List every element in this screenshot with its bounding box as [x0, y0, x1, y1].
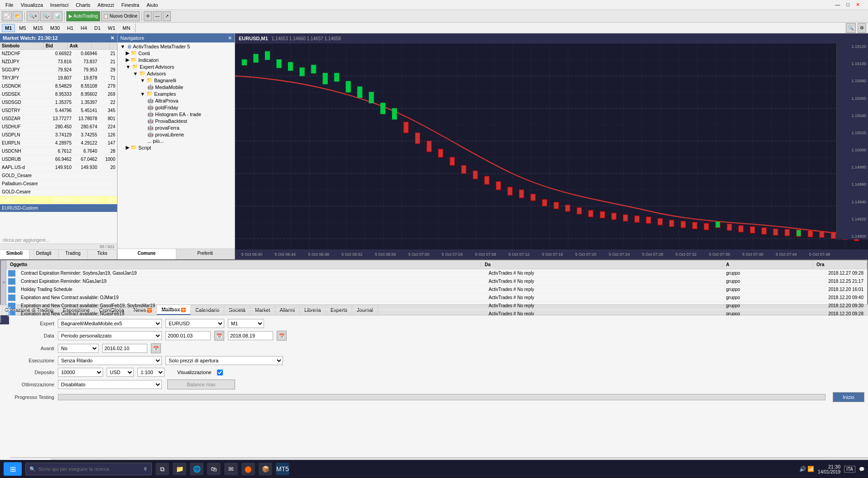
st-symbol-select[interactable]: EURUSD	[165, 319, 224, 328]
st-deposit-select[interactable]: 10000	[58, 368, 103, 377]
menu-aiuto[interactable]: Aiuto	[143, 1, 161, 9]
st-exec-select[interactable]: Senza Ritardo	[58, 356, 162, 365]
menu-visualizza[interactable]: Visualizza	[17, 1, 47, 9]
st-price-select[interactable]: Solo prezzi di apertura	[165, 356, 283, 365]
mw-row-usdsek[interactable]: USDSEK 8.95333 8.95602 269	[0, 90, 117, 98]
mw-row-ger30[interactable]: Ger30 10873.49 10874.68 119	[0, 196, 117, 204]
st-start-btn[interactable]: Inizio	[833, 392, 864, 402]
st-expert-select[interactable]: Bagnarelli\MediaMobile.ex5	[58, 319, 162, 328]
mail-btn[interactable]: ✉	[224, 463, 238, 475]
microphone-icon[interactable]: 🎙	[143, 466, 148, 472]
mw-row-usdrub[interactable]: USDRUB 66.9462 67.0462 1000	[0, 155, 117, 164]
nav-tab-preferiti[interactable]: Preferiti	[176, 249, 235, 259]
arrow-btn[interactable]: ↗	[163, 11, 171, 21]
zoom-in-btn[interactable]: 🔍+	[27, 11, 39, 21]
mw-row-sgdjpy[interactable]: SGDJPY 79.924 79.953 29	[0, 66, 117, 74]
mw-row-usdpln[interactable]: USDPLN 3.74129 3.74255 126	[0, 131, 117, 139]
st-balance-btn[interactable]: Balance max	[167, 380, 235, 389]
menu-file[interactable]: File	[2, 1, 17, 9]
app-btn-1[interactable]: 📦	[259, 463, 272, 475]
mw-row-tryjpy[interactable]: TRYJPY 19.807 19.878 71	[0, 74, 117, 82]
nav-script[interactable]: ▶📁Script	[118, 144, 234, 151]
notification-btn[interactable]: 💬	[859, 467, 864, 472]
tf-h4[interactable]: H4	[77, 24, 90, 32]
nav-expert-advisors[interactable]: ▼📁Expert Advisors	[118, 63, 234, 70]
tf-m5[interactable]: M5	[16, 24, 29, 32]
task-view-btn[interactable]: ⧉	[156, 463, 169, 475]
menu-inserisci[interactable]: Inserisci	[47, 1, 72, 9]
maximize-btn[interactable]: □	[844, 2, 852, 8]
crosshair-btn[interactable]: ✛	[144, 11, 152, 21]
taskbar-search-input[interactable]	[38, 466, 140, 472]
nav-indicatori[interactable]: ▶📁Indicatori	[118, 56, 234, 63]
new-order-btn[interactable]: 📋 Nuovo Ordine	[101, 11, 140, 21]
st-forward-date-btn[interactable]: 📅	[151, 343, 161, 353]
start-button[interactable]: ⊞	[4, 462, 22, 476]
mw-row-usdtry[interactable]: USDTRY 5.44796 5.45141 345	[0, 107, 117, 115]
mw-row-nzdchf[interactable]: NZDCHF 0.66922 0.66946 21	[0, 50, 117, 58]
store-btn[interactable]: 🛍	[207, 463, 221, 475]
edge-btn[interactable]: 🌐	[190, 463, 203, 475]
open-btn[interactable]: 📂	[13, 11, 23, 21]
mw-row-usdnok[interactable]: USDNOK 8.54829 8.55108 279	[0, 82, 117, 90]
mb-row-4[interactable]: Expiration and New Contract available: G…	[6, 302, 867, 310]
navigator-close[interactable]: ✕	[228, 35, 232, 41]
menu-finestra[interactable]: Finestra	[118, 1, 143, 9]
nav-root[interactable]: ▼🖥 ActivTrades MetaTrader 5	[118, 43, 234, 50]
mb-row-2[interactable]: Holiday Trading Schedule ActivTrades # N…	[6, 286, 867, 294]
mw-row-nzdjpy[interactable]: NZDJPY 73.816 73.837 21	[0, 58, 117, 66]
mw-tab-dettagli[interactable]: Dettagli	[29, 250, 59, 259]
mw-row-goldcesare[interactable]: GOLD-Cesare	[0, 188, 117, 196]
autotrading-btn[interactable]: ▶ AutoTrading	[66, 11, 100, 21]
st-date-from[interactable]	[165, 331, 211, 340]
mw-row-palladiumcesare[interactable]: Palladium-Cesare	[0, 180, 117, 188]
nav-provabacktest[interactable]: 🤖ProvaBacktest	[118, 117, 234, 124]
mw-row-usdsgd[interactable]: USDSGD 1.35375 1.35397 22	[0, 98, 117, 107]
mw-row-eurusdcustom[interactable]: EURUSD-Custom	[0, 204, 117, 212]
tf-m15[interactable]: M15	[30, 24, 46, 32]
mb-row-1[interactable]: Contract Expiration Reminder: NGasJan19 …	[6, 277, 867, 286]
nav-tab-comune[interactable]: Comune	[118, 249, 176, 259]
st-timeframe-select[interactable]: M1	[228, 319, 264, 328]
minimize-btn[interactable]: —	[832, 2, 843, 8]
tf-d1[interactable]: D1	[91, 24, 104, 32]
st-leverage-select[interactable]: 1:100	[137, 368, 165, 377]
mw-row-usdhuf[interactable]: USDHUF 280.450 280.674 224	[0, 123, 117, 131]
mw-add-link[interactable]: clicca per aggiungere...	[0, 237, 117, 244]
new-chart-btn[interactable]: 📈	[2, 11, 12, 21]
zoom-out-btn[interactable]: 🔍-	[40, 11, 52, 21]
st-currency-select[interactable]: USD	[107, 368, 134, 377]
mw-row-usdzar[interactable]: USDZAR 13.77277 13.78078 801	[0, 115, 117, 123]
st-date-to-btn[interactable]: 📅	[277, 331, 287, 341]
st-optim-select[interactable]: Disabilitato	[58, 380, 162, 389]
nav-advisors[interactable]: ▼📁Advisors	[118, 70, 234, 77]
mw-row-goldcesare[interactable]: GOLD_Cesare	[0, 172, 117, 180]
nav-examples[interactable]: ▼📁Examples	[118, 90, 234, 97]
tf-m1[interactable]: M1	[2, 24, 15, 32]
market-watch-close[interactable]: ✕	[110, 35, 114, 41]
mw-row-usdcnh[interactable]: USDCNH 6.7612 6.7640 28	[0, 147, 117, 155]
nav-altraprova[interactable]: 🤖AltraProva	[118, 97, 234, 104]
mailbox-resize-handle[interactable]: ⠿	[1, 281, 5, 284]
line-btn[interactable]: —	[153, 11, 162, 21]
menu-charts[interactable]: Charts	[72, 1, 94, 9]
nav-provalibrerie[interactable]: 🤖provaLibrerie	[118, 131, 234, 138]
tf-w1[interactable]: W1	[105, 24, 119, 32]
indicators-btn[interactable]: 📊	[52, 11, 62, 21]
st-date-from-btn[interactable]: 📅	[214, 331, 224, 341]
nav-conti[interactable]: ▶📁Conti	[118, 50, 234, 56]
mw-tab-trading[interactable]: Trading	[59, 250, 88, 259]
st-forward-date[interactable]	[102, 344, 147, 353]
close-btn[interactable]: ✕	[853, 2, 863, 8]
mt5-btn[interactable]: MT5	[276, 463, 289, 475]
chrome-btn[interactable]: ⬤	[241, 463, 255, 475]
tf-mn[interactable]: MN	[119, 24, 133, 32]
menu-attrezzi[interactable]: Attrezzi	[94, 1, 118, 9]
nav-goldfriday[interactable]: 🤖goldFriday	[118, 104, 234, 111]
mb-row-0[interactable]: Contract Expiration Reminder: SoybnsJan1…	[6, 269, 867, 277]
settings-btn[interactable]: ⚙	[858, 23, 866, 33]
tf-h1[interactable]: H1	[64, 24, 76, 32]
tf-m30[interactable]: M30	[47, 24, 63, 32]
mw-row-eurpln[interactable]: EURPLN 4.28975 4.29122 147	[0, 139, 117, 147]
st-data-select[interactable]: Periodo personalizzato	[58, 331, 162, 340]
